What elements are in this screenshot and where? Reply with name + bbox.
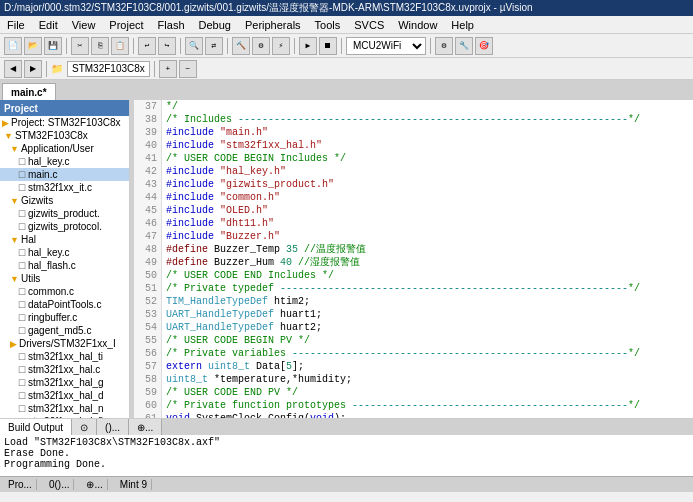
tree-gizwits-product[interactable]: ☐ gizwits_product. — [0, 207, 129, 220]
tree-hal[interactable]: ▼ Hal — [0, 233, 129, 246]
menu-help[interactable]: Help — [448, 18, 477, 32]
find-btn[interactable]: 🔍 — [185, 37, 203, 55]
tree-hal-n[interactable]: ☐ stm32f1xx_hal_n — [0, 402, 129, 415]
tree-hal-tim[interactable]: ☐ stm32f1xx_hal_ti — [0, 350, 129, 363]
tb2-btn1[interactable]: ◀ — [4, 60, 22, 78]
tree-gagent[interactable]: ☐ gagent_md5.c — [0, 324, 129, 337]
build-tab4[interactable]: ⊕... — [129, 419, 162, 435]
tree-item-label: Application/User — [21, 143, 94, 154]
tree-item-label: stm32f1xx_hal_ti — [28, 351, 103, 362]
folder-icon: ▼ — [10, 235, 19, 245]
tree-stm32[interactable]: ▼ STM32F103C8x — [0, 129, 129, 142]
tree-utils[interactable]: ▼ Utils — [0, 272, 129, 285]
tree-item-label: stm32f1xx_it.c — [28, 182, 92, 193]
tree-item-label: Gizwits — [21, 195, 53, 206]
file-icon: ☐ — [18, 313, 26, 323]
status-0: 0()... — [45, 479, 75, 490]
tree-ringbuffer[interactable]: ☐ ringbuffer.c — [0, 311, 129, 324]
tree-app-user[interactable]: ▼ Application/User — [0, 142, 129, 155]
tree-item-label: hal_key.c — [28, 156, 70, 167]
tb2-sep2 — [154, 61, 155, 77]
copy-btn[interactable]: ⎘ — [91, 37, 109, 55]
tree-gizwits-protocol[interactable]: ☐ gizwits_protocol. — [0, 220, 129, 233]
paste-btn[interactable]: 📋 — [111, 37, 129, 55]
menu-peripherals[interactable]: Peripherals — [242, 18, 304, 32]
tb2-del[interactable]: − — [179, 60, 197, 78]
tree-hal-key[interactable]: ☐ hal_key.c — [0, 155, 129, 168]
menu-edit[interactable]: Edit — [36, 18, 61, 32]
code-text[interactable]: */ /* Includes -------------------------… — [162, 100, 693, 418]
menu-file[interactable]: File — [4, 18, 28, 32]
tree-common[interactable]: ☐ common.c — [0, 285, 129, 298]
undo-btn[interactable]: ↩ — [138, 37, 156, 55]
file-icon: ☐ — [18, 391, 26, 401]
tb2-new[interactable]: + — [159, 60, 177, 78]
new-file-btn[interactable]: 📄 — [4, 37, 22, 55]
toolbar-target: ◀ ▶ 📁 STM32F103C8x + − — [0, 58, 693, 80]
tab-main-c[interactable]: main.c* — [2, 83, 56, 100]
file-icon: ☐ — [18, 378, 26, 388]
menu-flash[interactable]: Flash — [155, 18, 188, 32]
options-btn[interactable]: 🔧 — [455, 37, 473, 55]
build-output-tab[interactable]: Build Output — [0, 419, 72, 435]
mcu-dropdown[interactable]: MCU2WiFi — [346, 37, 426, 55]
tree-stm32f1xx-it[interactable]: ☐ stm32f1xx_it.c — [0, 181, 129, 194]
main-layout: Project ▶ Project: STM32F103C8x ▼ STM32F… — [0, 100, 693, 418]
replace-btn[interactable]: ⇄ — [205, 37, 223, 55]
tree-main-c[interactable]: ☐ main.c — [0, 168, 129, 181]
open-file-btn[interactable]: 📂 — [24, 37, 42, 55]
project-panel: Project ▶ Project: STM32F103C8x ▼ STM32F… — [0, 100, 130, 418]
flash-btn[interactable]: ⚡ — [272, 37, 290, 55]
file-icon: ☐ — [18, 417, 26, 419]
build-line-3: Programming Done. — [4, 459, 689, 470]
toolbar-main: 📄 📂 💾 ✂ ⎘ 📋 ↩ ↪ 🔍 ⇄ 🔨 ⚙ ⚡ ▶ ⏹ MCU2WiFi ⚙… — [0, 34, 693, 58]
build-btn[interactable]: 🔨 — [232, 37, 250, 55]
file-icon: ☐ — [18, 209, 26, 219]
folder-icon: ▼ — [10, 196, 19, 206]
tree-hal-key2[interactable]: ☐ hal_key.c — [0, 246, 129, 259]
tree-hal-g1[interactable]: ☐ stm32f1xx_hal_g — [0, 376, 129, 389]
tree-drivers[interactable]: ▶ Drivers/STM32F1xx_I — [0, 337, 129, 350]
target-name[interactable]: STM32F103C8x — [67, 61, 150, 77]
build-content: Load "STM32F103C8x\STM32F103C8x.axf" Era… — [0, 435, 693, 476]
tree-item-label: gagent_md5.c — [28, 325, 91, 336]
tree-item-label: Project: STM32F103C8x — [11, 117, 121, 128]
tree-datapoint[interactable]: ☐ dataPointTools.c — [0, 298, 129, 311]
code-editor: 3738394041 4243444546 4748495051 5253545… — [134, 100, 693, 418]
stop-btn[interactable]: ⏹ — [319, 37, 337, 55]
menu-debug[interactable]: Debug — [196, 18, 234, 32]
tab-bar: main.c* — [0, 80, 693, 100]
tree-item-label: stm32f1xx_hal_g — [28, 377, 104, 388]
tb-sep2 — [133, 38, 134, 54]
tree-hal-d[interactable]: ☐ stm32f1xx_hal_d — [0, 389, 129, 402]
cut-btn[interactable]: ✂ — [71, 37, 89, 55]
file-icon: ☐ — [18, 261, 26, 271]
manage-btn[interactable]: ⚙ — [435, 37, 453, 55]
tree-hal-fl[interactable]: ☐ stm32f1xx_hal_fl — [0, 415, 129, 418]
tree-project-root[interactable]: ▶ Project: STM32F103C8x — [0, 116, 129, 129]
build-tab3[interactable]: ()... — [97, 419, 129, 435]
target-btn[interactable]: 🎯 — [475, 37, 493, 55]
save-btn[interactable]: 💾 — [44, 37, 62, 55]
tree-item-label: hal_key.c — [28, 247, 70, 258]
code-content: 3738394041 4243444546 4748495051 5253545… — [134, 100, 693, 418]
menu-window[interactable]: Window — [395, 18, 440, 32]
build-output: Build Output ⊙ ()... ⊕... Load "STM32F10… — [0, 418, 693, 476]
tb2-btn2[interactable]: ▶ — [24, 60, 42, 78]
tree-hal-c[interactable]: ☐ stm32f1xx_hal.c — [0, 363, 129, 376]
file-icon: ☐ — [18, 365, 26, 375]
file-icon: ☐ — [18, 248, 26, 258]
tb-sep7 — [430, 38, 431, 54]
rebuild-btn[interactable]: ⚙ — [252, 37, 270, 55]
menu-view[interactable]: View — [69, 18, 99, 32]
menu-tools[interactable]: Tools — [312, 18, 344, 32]
menu-svcs[interactable]: SVCS — [351, 18, 387, 32]
tree-gizwits[interactable]: ▼ Gizwits — [0, 194, 129, 207]
file-icon: ☐ — [18, 183, 26, 193]
debug-btn[interactable]: ▶ — [299, 37, 317, 55]
redo-btn[interactable]: ↪ — [158, 37, 176, 55]
menu-project[interactable]: Project — [106, 18, 146, 32]
title-text: D:/major/000.stm32/STM32F103C8/001.gizwi… — [4, 1, 533, 15]
build-tab2[interactable]: ⊙ — [72, 419, 97, 435]
tree-hal-flash[interactable]: ☐ hal_flash.c — [0, 259, 129, 272]
